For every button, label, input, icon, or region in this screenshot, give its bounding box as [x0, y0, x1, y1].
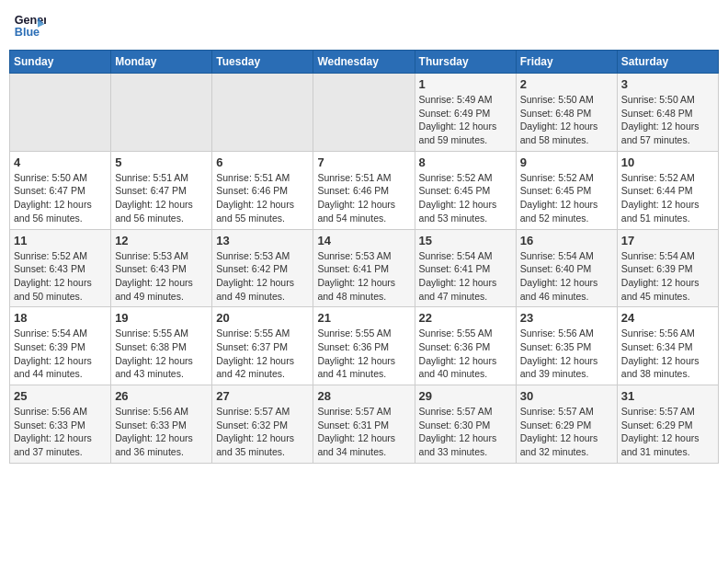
day-info: Sunrise: 5:55 AM Sunset: 6:36 PM Dayligh… — [419, 327, 512, 381]
day-info: Sunrise: 5:51 AM Sunset: 6:47 PM Dayligh… — [115, 171, 208, 225]
day-number: 1 — [419, 77, 512, 91]
day-number: 26 — [115, 389, 208, 403]
day-number: 13 — [216, 234, 309, 247]
calendar-cell: 22Sunrise: 5:55 AM Sunset: 6:36 PM Dayli… — [415, 307, 516, 385]
header-friday: Friday — [516, 51, 617, 74]
calendar-cell: 12Sunrise: 5:53 AM Sunset: 6:43 PM Dayli… — [111, 229, 212, 307]
header-thursday: Thursday — [415, 51, 516, 74]
day-number: 3 — [621, 77, 714, 91]
day-number: 17 — [621, 234, 714, 247]
page-header: General Blue — [9, 9, 719, 42]
day-info: Sunrise: 5:52 AM Sunset: 6:45 PM Dayligh… — [419, 171, 512, 225]
day-number: 15 — [419, 234, 512, 247]
day-info: Sunrise: 5:52 AM Sunset: 6:44 PM Dayligh… — [621, 171, 714, 225]
calendar-cell: 26Sunrise: 5:56 AM Sunset: 6:33 PM Dayli… — [111, 385, 212, 464]
day-number: 19 — [115, 311, 208, 325]
day-info: Sunrise: 5:50 AM Sunset: 6:47 PM Dayligh… — [14, 171, 107, 225]
calendar-cell: 16Sunrise: 5:54 AM Sunset: 6:40 PM Dayli… — [516, 229, 617, 307]
day-number: 4 — [14, 155, 107, 169]
calendar-cell — [10, 74, 111, 152]
calendar-cell: 8Sunrise: 5:52 AM Sunset: 6:45 PM Daylig… — [415, 151, 516, 229]
day-info: Sunrise: 5:55 AM Sunset: 6:37 PM Dayligh… — [216, 327, 309, 381]
calendar-cell: 6Sunrise: 5:51 AM Sunset: 6:46 PM Daylig… — [212, 151, 313, 229]
calendar-cell: 10Sunrise: 5:52 AM Sunset: 6:44 PM Dayli… — [617, 151, 718, 229]
calendar-table: SundayMondayTuesdayWednesdayThursdayFrid… — [9, 50, 719, 464]
calendar-cell: 27Sunrise: 5:57 AM Sunset: 6:32 PM Dayli… — [212, 385, 313, 464]
day-info: Sunrise: 5:57 AM Sunset: 6:29 PM Dayligh… — [621, 405, 714, 459]
week-row-3: 11Sunrise: 5:52 AM Sunset: 6:43 PM Dayli… — [10, 229, 719, 307]
calendar-cell: 4Sunrise: 5:50 AM Sunset: 6:47 PM Daylig… — [10, 151, 111, 229]
day-info: Sunrise: 5:56 AM Sunset: 6:33 PM Dayligh… — [115, 405, 208, 459]
day-info: Sunrise: 5:54 AM Sunset: 6:39 PM Dayligh… — [621, 249, 714, 304]
day-number: 30 — [520, 389, 613, 403]
day-info: Sunrise: 5:53 AM Sunset: 6:41 PM Dayligh… — [317, 249, 410, 304]
calendar-cell: 17Sunrise: 5:54 AM Sunset: 6:39 PM Dayli… — [617, 229, 718, 307]
day-number: 5 — [115, 155, 208, 169]
week-row-5: 25Sunrise: 5:56 AM Sunset: 6:33 PM Dayli… — [10, 385, 719, 464]
day-info: Sunrise: 5:56 AM Sunset: 6:33 PM Dayligh… — [14, 405, 107, 459]
day-number: 29 — [419, 389, 512, 403]
calendar-cell: 7Sunrise: 5:51 AM Sunset: 6:46 PM Daylig… — [313, 151, 415, 229]
day-info: Sunrise: 5:51 AM Sunset: 6:46 PM Dayligh… — [317, 171, 410, 225]
day-info: Sunrise: 5:54 AM Sunset: 6:40 PM Dayligh… — [520, 249, 613, 304]
day-info: Sunrise: 5:57 AM Sunset: 6:32 PM Dayligh… — [216, 405, 309, 459]
calendar-cell: 24Sunrise: 5:56 AM Sunset: 6:34 PM Dayli… — [617, 307, 718, 385]
calendar-cell: 21Sunrise: 5:55 AM Sunset: 6:36 PM Dayli… — [313, 307, 415, 385]
day-info: Sunrise: 5:52 AM Sunset: 6:43 PM Dayligh… — [14, 249, 107, 304]
day-info: Sunrise: 5:57 AM Sunset: 6:31 PM Dayligh… — [317, 405, 410, 459]
day-number: 24 — [621, 311, 714, 325]
day-info: Sunrise: 5:50 AM Sunset: 6:48 PM Dayligh… — [621, 93, 714, 147]
day-number: 22 — [419, 311, 512, 325]
header-tuesday: Tuesday — [212, 51, 313, 74]
calendar-cell: 18Sunrise: 5:54 AM Sunset: 6:39 PM Dayli… — [10, 307, 111, 385]
calendar-cell: 28Sunrise: 5:57 AM Sunset: 6:31 PM Dayli… — [313, 385, 415, 464]
day-number: 16 — [520, 234, 613, 247]
day-info: Sunrise: 5:55 AM Sunset: 6:36 PM Dayligh… — [317, 327, 410, 381]
logo-icon: General Blue — [13, 9, 46, 42]
calendar-cell: 1Sunrise: 5:49 AM Sunset: 6:49 PM Daylig… — [415, 74, 516, 152]
calendar-cell: 19Sunrise: 5:55 AM Sunset: 6:38 PM Dayli… — [111, 307, 212, 385]
calendar-cell — [111, 74, 212, 152]
calendar-cell: 30Sunrise: 5:57 AM Sunset: 6:29 PM Dayli… — [516, 385, 617, 464]
header-wednesday: Wednesday — [313, 51, 415, 74]
header-monday: Monday — [111, 51, 212, 74]
calendar-cell: 20Sunrise: 5:55 AM Sunset: 6:37 PM Dayli… — [212, 307, 313, 385]
calendar-cell: 5Sunrise: 5:51 AM Sunset: 6:47 PM Daylig… — [111, 151, 212, 229]
week-row-4: 18Sunrise: 5:54 AM Sunset: 6:39 PM Dayli… — [10, 307, 719, 385]
logo: General Blue — [13, 9, 50, 42]
day-info: Sunrise: 5:49 AM Sunset: 6:49 PM Dayligh… — [419, 93, 512, 147]
day-number: 11 — [14, 234, 107, 247]
week-row-2: 4Sunrise: 5:50 AM Sunset: 6:47 PM Daylig… — [10, 151, 719, 229]
day-info: Sunrise: 5:50 AM Sunset: 6:48 PM Dayligh… — [520, 93, 613, 147]
header-sunday: Sunday — [10, 51, 111, 74]
day-number: 2 — [520, 77, 613, 91]
day-number: 25 — [14, 389, 107, 403]
calendar-cell: 11Sunrise: 5:52 AM Sunset: 6:43 PM Dayli… — [10, 229, 111, 307]
day-number: 7 — [317, 155, 410, 169]
day-info: Sunrise: 5:53 AM Sunset: 6:43 PM Dayligh… — [115, 249, 208, 304]
day-number: 18 — [14, 311, 107, 325]
calendar-cell: 14Sunrise: 5:53 AM Sunset: 6:41 PM Dayli… — [313, 229, 415, 307]
day-number: 6 — [216, 155, 309, 169]
calendar-cell — [313, 74, 415, 152]
day-number: 12 — [115, 234, 208, 247]
svg-text:Blue: Blue — [15, 26, 40, 39]
day-info: Sunrise: 5:53 AM Sunset: 6:42 PM Dayligh… — [216, 249, 309, 304]
day-number: 23 — [520, 311, 613, 325]
day-number: 9 — [520, 155, 613, 169]
calendar-cell: 29Sunrise: 5:57 AM Sunset: 6:30 PM Dayli… — [415, 385, 516, 464]
day-info: Sunrise: 5:54 AM Sunset: 6:39 PM Dayligh… — [14, 327, 107, 381]
calendar-cell: 15Sunrise: 5:54 AM Sunset: 6:41 PM Dayli… — [415, 229, 516, 307]
calendar-cell — [212, 74, 313, 152]
day-number: 20 — [216, 311, 309, 325]
day-number: 10 — [621, 155, 714, 169]
calendar-cell: 13Sunrise: 5:53 AM Sunset: 6:42 PM Dayli… — [212, 229, 313, 307]
day-info: Sunrise: 5:57 AM Sunset: 6:29 PM Dayligh… — [520, 405, 613, 459]
day-info: Sunrise: 5:54 AM Sunset: 6:41 PM Dayligh… — [419, 249, 512, 304]
day-info: Sunrise: 5:55 AM Sunset: 6:38 PM Dayligh… — [115, 327, 208, 381]
day-number: 8 — [419, 155, 512, 169]
day-number: 28 — [317, 389, 410, 403]
day-info: Sunrise: 5:56 AM Sunset: 6:34 PM Dayligh… — [621, 327, 714, 381]
calendar-cell: 25Sunrise: 5:56 AM Sunset: 6:33 PM Dayli… — [10, 385, 111, 464]
week-row-1: 1Sunrise: 5:49 AM Sunset: 6:49 PM Daylig… — [10, 74, 719, 152]
